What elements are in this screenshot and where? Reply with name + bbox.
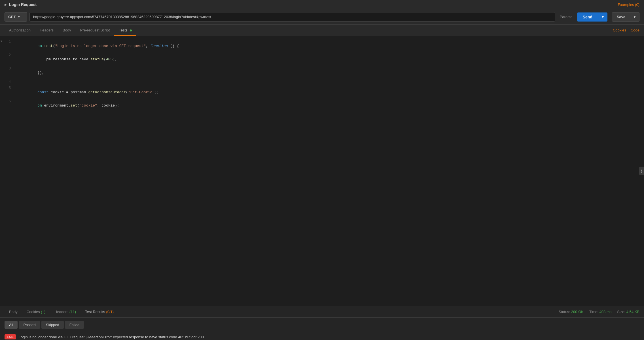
status-value: 200 OK [571, 310, 584, 314]
filter-skipped-button[interactable]: Skipped [41, 321, 64, 329]
time-value: 403 ms [599, 310, 612, 314]
response-tab-cookies-label: Cookies [27, 310, 41, 314]
tab-headers-label: Headers [40, 28, 54, 32]
tab-tests[interactable]: Tests [114, 25, 136, 36]
response-tab-body[interactable]: Body [5, 306, 22, 317]
line-content-5: const cookie = postman.getResponseHeader… [15, 86, 644, 99]
filter-failed-button[interactable]: Failed [65, 321, 84, 329]
send-dropdown-button[interactable]: ▼ [598, 12, 607, 22]
response-status-bar: Status: 200 OK Time: 403 ms Size: 4.54 K… [559, 310, 639, 314]
line-number-6: 6 [4, 99, 15, 103]
tab-body[interactable]: Body [58, 25, 76, 36]
cookies-link[interactable]: Cookies [613, 28, 626, 32]
tab-prerequest[interactable]: Pre-request Script [76, 25, 115, 36]
response-tab-test-results-label: Test Results [85, 310, 106, 314]
filter-all-button[interactable]: All [5, 321, 18, 329]
tab-tests-label: Tests [119, 28, 127, 32]
test-result-row-1: FAIL Login is no longer done via GET req… [0, 332, 644, 340]
response-tabs: Body Cookies (1) Headers (11) Test Resul… [5, 306, 118, 317]
method-label: GET [8, 15, 16, 19]
response-tab-cookies[interactable]: Cookies (1) [22, 306, 50, 317]
tests-dot-indicator [130, 29, 132, 31]
save-button[interactable]: Save [612, 12, 630, 22]
url-bar: GET ▼ Params Send ▼ Save ▼ [0, 9, 644, 25]
tab-bar-right-links: Cookies Code [613, 28, 639, 32]
code-line-3: 3 }); [0, 66, 644, 79]
response-tab-headers[interactable]: Headers (11) [50, 306, 80, 317]
tab-authorization-label: Authorization [9, 28, 31, 32]
request-title: ▶ Login Request [5, 2, 37, 7]
request-tab-bar: Authorization Headers Body Pre-request S… [0, 25, 644, 36]
line-content-2: pm.response.to.have.status(405); [15, 53, 644, 66]
send-button[interactable]: Send [577, 12, 598, 22]
line-number-2: 2 [4, 53, 15, 57]
filter-passed-button[interactable]: Passed [19, 321, 40, 329]
save-button-group: Save ▼ [612, 12, 639, 22]
send-chevron-icon: ▼ [601, 15, 605, 19]
request-title-arrow: ▶ [5, 3, 7, 6]
collapse-arrow-1[interactable]: ▼ [0, 40, 4, 43]
response-tab-headers-label: Headers [54, 310, 69, 314]
line-number-3: 3 [4, 66, 15, 71]
response-section: Body Cookies (1) Headers (11) Test Resul… [0, 306, 644, 340]
request-title-text: Login Request [9, 2, 37, 7]
response-tab-test-results[interactable]: Test Results (0/1) [80, 306, 118, 317]
headers-badge: (11) [69, 310, 76, 314]
save-dropdown-button[interactable]: ▼ [630, 12, 639, 22]
code-editor[interactable]: ▼ 1 pm.test("Login is no longer done via… [0, 36, 644, 144]
params-button[interactable]: Params [558, 12, 575, 21]
examples-link[interactable]: Examples (0) [618, 3, 639, 7]
size-label: Size: 4.54 KB [617, 310, 639, 314]
line-number-5: 5 [4, 86, 15, 90]
response-tab-bar: Body Cookies (1) Headers (11) Test Resul… [0, 306, 644, 318]
side-collapse-icon: ❯ [640, 169, 643, 173]
fail-badge: FAIL [5, 334, 16, 339]
line-content-6: pm.environment.set("cookie", cookie); [15, 99, 644, 112]
test-filter-bar: All Passed Skipped Failed [0, 318, 644, 332]
tab-body-label: Body [63, 28, 71, 32]
main-content: ▼ 1 pm.test("Login is no longer done via… [0, 36, 644, 340]
line-content-3: }); [15, 66, 644, 79]
response-tab-body-label: Body [9, 310, 18, 314]
test-result-message: Login is no longer done via GET request … [19, 334, 204, 340]
code-link[interactable]: Code [631, 28, 639, 32]
tab-prerequest-label: Pre-request Script [80, 28, 110, 32]
line-number-4: 4 [4, 80, 15, 84]
status-label: Status: 200 OK [559, 310, 584, 314]
side-panel-collapse[interactable]: ❯ [639, 167, 644, 175]
line-number-1: 1 [4, 40, 15, 44]
method-selector[interactable]: GET ▼ [5, 12, 27, 22]
tab-headers[interactable]: Headers [35, 25, 58, 36]
code-line-6: 6 pm.environment.set("cookie", cookie); [0, 99, 644, 112]
tab-authorization[interactable]: Authorization [5, 25, 35, 36]
header-bar: ▶ Login Request Examples (0) [0, 0, 644, 9]
code-line-5: 5 const cookie = postman.getResponseHead… [0, 86, 644, 99]
time-label: Time: 403 ms [589, 310, 611, 314]
code-line-1: ▼ 1 pm.test("Login is no longer done via… [0, 39, 644, 53]
line-content-1: pm.test("Login is no longer done via GET… [15, 40, 644, 52]
cookies-badge: (1) [41, 310, 45, 314]
url-input[interactable] [29, 12, 555, 22]
code-line-4: 4 [0, 79, 644, 86]
line-content-4 [15, 80, 644, 84]
code-editor-wrapper: ▼ 1 pm.test("Login is no longer done via… [0, 36, 644, 306]
request-tabs: Authorization Headers Body Pre-request S… [5, 25, 136, 36]
test-results-badge: (0/1) [106, 310, 114, 314]
size-value: 4.54 KB [626, 310, 639, 314]
save-chevron-icon: ▼ [633, 15, 636, 19]
send-button-group: Send ▼ [577, 12, 607, 22]
method-chevron-icon: ▼ [18, 15, 20, 18]
code-line-2: 2 pm.response.to.have.status(405); [0, 53, 644, 66]
